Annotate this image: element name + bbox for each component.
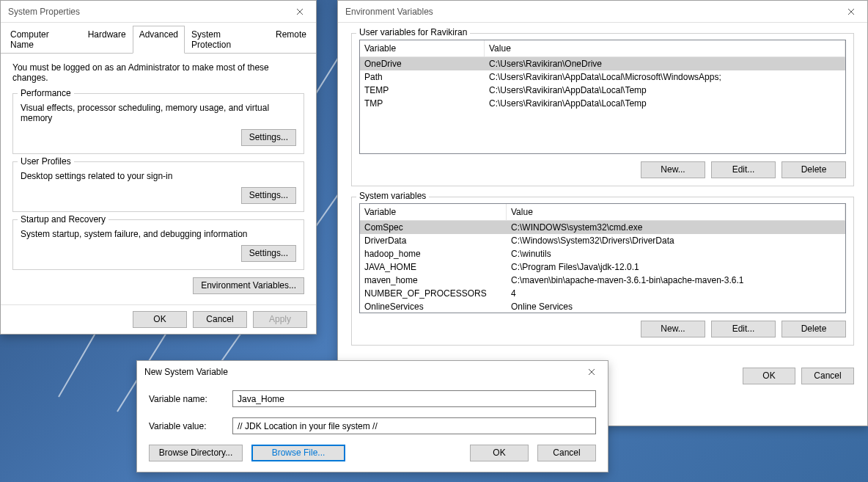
- user-profiles-group: User Profiles Desktop settings related t…: [12, 161, 304, 212]
- header-variable[interactable]: Variable: [360, 40, 485, 56]
- user-edit-button[interactable]: Edit...: [711, 161, 776, 178]
- user-delete-button[interactable]: Delete: [781, 161, 846, 178]
- variable-name-label: Variable name:: [149, 394, 232, 404]
- list-row[interactable]: PathC:\Users\Ravikiran\AppData\Local\Mic…: [360, 70, 845, 84]
- window-title: New System Variable: [144, 367, 228, 377]
- performance-desc: Visual effects, processor scheduling, me…: [21, 103, 296, 123]
- ok-button[interactable]: OK: [470, 445, 529, 461]
- list-row[interactable]: OnlineServicesOnline Services: [360, 300, 845, 313]
- apply-button[interactable]: Apply: [253, 311, 307, 328]
- close-icon[interactable]: [284, 1, 316, 23]
- window-title: System Properties: [8, 7, 80, 17]
- list-row[interactable]: NUMBER_OF_PROCESSORS4: [360, 287, 845, 300]
- user-profiles-desc: Desktop settings related to your sign-in: [21, 171, 296, 181]
- user-variables-title: User variables for Ravikiran: [356, 27, 470, 37]
- startup-settings-button[interactable]: Settings...: [241, 245, 296, 262]
- system-variables-list[interactable]: Variable Value ComSpecC:\WINDOWS\system3…: [359, 203, 846, 313]
- browse-file-button[interactable]: Browse File...: [251, 445, 345, 461]
- user-profiles-settings-button[interactable]: Settings...: [241, 187, 296, 204]
- startup-desc: System startup, system failure, and debu…: [21, 229, 296, 239]
- user-variables-list[interactable]: Variable Value OneDriveC:\Users\Ravikira…: [359, 40, 846, 154]
- performance-settings-button[interactable]: Settings...: [241, 129, 296, 146]
- tabs: Computer Name Hardware Advanced System P…: [1, 23, 316, 54]
- variable-value-label: Variable value:: [149, 421, 232, 431]
- window-title: Environment Variables: [345, 7, 433, 17]
- list-row[interactable]: ComSpecC:\WINDOWS\system32\cmd.exe: [360, 221, 845, 234]
- new-system-variable-window: New System Variable Variable name: Varia…: [136, 360, 608, 472]
- list-row[interactable]: TEMPC:\Users\Ravikiran\AppData\Local\Tem…: [360, 84, 845, 97]
- cancel-button[interactable]: Cancel: [193, 311, 247, 328]
- user-new-button[interactable]: New...: [641, 161, 705, 178]
- startup-title: Startup and Recovery: [18, 214, 108, 224]
- tab-advanced[interactable]: Advanced: [133, 26, 185, 54]
- variable-name-input[interactable]: [232, 390, 596, 407]
- list-row[interactable]: DriverDataC:\Windows\System32\Drivers\Dr…: [360, 234, 845, 247]
- list-row[interactable]: OneDriveC:\Users\Ravikiran\OneDrive: [360, 57, 845, 70]
- tab-system-protection[interactable]: System Protection: [185, 26, 269, 54]
- system-variables-title: System variables: [356, 191, 429, 201]
- titlebar: New System Variable: [137, 361, 608, 383]
- user-profiles-title: User Profiles: [18, 156, 74, 167]
- list-row[interactable]: hadoop_homeC:\winutils: [360, 247, 845, 260]
- list-row[interactable]: TMPC:\Users\Ravikiran\AppData\Local\Temp: [360, 97, 845, 110]
- header-value[interactable]: Value: [507, 204, 845, 220]
- close-icon[interactable]: [575, 361, 608, 383]
- tab-computer-name[interactable]: Computer Name: [4, 26, 81, 54]
- startup-group: Startup and Recovery System startup, sys…: [12, 219, 304, 270]
- ok-button[interactable]: OK: [743, 368, 795, 384]
- header-value[interactable]: Value: [485, 40, 845, 56]
- list-header: Variable Value: [360, 204, 845, 221]
- sys-delete-button[interactable]: Delete: [781, 321, 846, 337]
- performance-group: Performance Visual effects, processor sc…: [12, 93, 304, 154]
- ok-button[interactable]: OK: [133, 311, 187, 328]
- cancel-button[interactable]: Cancel: [801, 368, 854, 384]
- list-row[interactable]: JAVA_HOMEC:\Program Files\Java\jdk-12.0.…: [360, 260, 845, 274]
- sys-edit-button[interactable]: Edit...: [711, 321, 776, 337]
- environment-variables-button[interactable]: Environment Variables...: [193, 277, 304, 294]
- close-icon[interactable]: [835, 1, 867, 23]
- header-variable[interactable]: Variable: [360, 204, 507, 220]
- cancel-button[interactable]: Cancel: [537, 445, 596, 461]
- titlebar: System Properties: [1, 1, 316, 23]
- performance-title: Performance: [18, 88, 74, 98]
- list-header: Variable Value: [360, 40, 845, 57]
- variable-value-input[interactable]: [232, 417, 596, 434]
- sys-new-button[interactable]: New...: [641, 321, 705, 337]
- browse-directory-button[interactable]: Browse Directory...: [149, 445, 243, 461]
- tab-remote[interactable]: Remote: [269, 26, 313, 54]
- admin-note: You must be logged on as an Administrato…: [12, 62, 304, 83]
- tab-hardware[interactable]: Hardware: [81, 26, 133, 54]
- system-variables-group: System variables Variable Value ComSpecC…: [351, 197, 854, 346]
- user-variables-group: User variables for Ravikiran Variable Va…: [351, 33, 854, 186]
- system-properties-window: System Properties Computer Name Hardware…: [0, 0, 317, 335]
- list-row[interactable]: maven_homeC:\maven\bin\apache-maven-3.6.…: [360, 274, 845, 287]
- titlebar: Environment Variables: [338, 1, 867, 23]
